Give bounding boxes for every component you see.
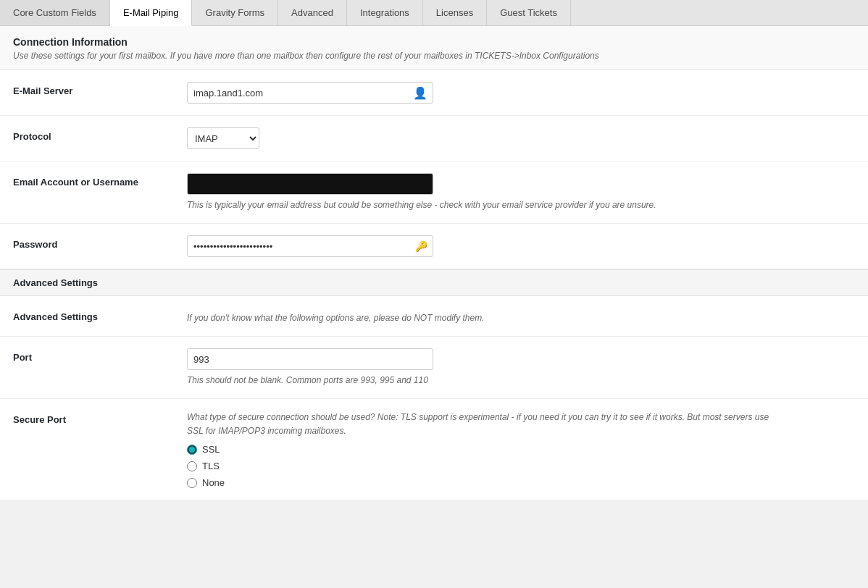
advanced-subsection-title: Advanced Settings — [13, 277, 855, 288]
email-server-input[interactable] — [187, 82, 433, 104]
tab-integrations[interactable]: Integrations — [347, 0, 423, 25]
protocol-row: Protocol IMAPPOP3 — [0, 116, 868, 161]
advanced-settings-hint: If you don't know what the following opt… — [187, 311, 694, 324]
radio-none[interactable] — [187, 478, 197, 488]
radio-item-none: None — [187, 477, 855, 488]
password-input[interactable] — [187, 235, 433, 257]
radio-item-ssl: SSL — [187, 444, 855, 455]
key-icon: 🔑 — [415, 240, 427, 252]
secure-port-label: Secure Port — [13, 411, 187, 425]
connection-section-desc: Use these settings for your first mailbo… — [13, 51, 855, 61]
connection-section-title: Connection Information — [13, 36, 855, 48]
email-server-row: E-Mail Server 👤 — [0, 70, 868, 116]
radio-tls[interactable] — [187, 461, 197, 471]
secure-port-radio-group: SSLTLSNone — [187, 444, 855, 488]
secure-port-field: What type of secure connection should be… — [187, 411, 855, 488]
radio-label-none[interactable]: None — [202, 477, 225, 488]
protocol-field: IMAPPOP3 — [187, 127, 855, 149]
secure-port-hint: What type of secure connection should be… — [187, 411, 781, 438]
port-label: Port — [13, 348, 187, 363]
email-server-field: 👤 — [187, 82, 855, 104]
tab-licenses[interactable]: Licenses — [423, 0, 487, 25]
port-field: This should not be blank. Common ports a… — [187, 348, 855, 387]
email-account-hint: This is typically your email address but… — [187, 198, 694, 211]
tab-core-custom-fields[interactable]: Core Custom Fields — [0, 0, 110, 25]
email-account-row: Email Account or Username This is typica… — [0, 161, 868, 224]
radio-item-tls: TLS — [187, 461, 855, 471]
password-field: 🔑 — [187, 235, 855, 257]
advanced-settings-field: If you don't know what the following opt… — [187, 308, 855, 324]
protocol-select[interactable]: IMAPPOP3 — [187, 127, 259, 149]
advanced-settings-label: Advanced Settings — [13, 308, 187, 322]
tab-advanced[interactable]: Advanced — [278, 0, 347, 25]
secure-port-row: Secure Port What type of secure connecti… — [0, 399, 868, 500]
advanced-subsection-header: Advanced Settings — [0, 269, 868, 296]
protocol-label: Protocol — [13, 127, 187, 142]
email-account-label: Email Account or Username — [13, 173, 187, 188]
email-account-field: This is typically your email address but… — [187, 173, 855, 211]
tab-gravity-forms[interactable]: Gravity Forms — [192, 0, 278, 25]
password-label: Password — [13, 235, 187, 250]
tab-guest-tickets[interactable]: Guest Tickets — [487, 0, 571, 25]
radio-ssl[interactable] — [187, 445, 197, 455]
port-row: Port This should not be blank. Common po… — [0, 337, 868, 399]
email-server-label: E-Mail Server — [13, 82, 187, 96]
port-input[interactable] — [187, 348, 433, 370]
radio-label-ssl[interactable]: SSL — [202, 444, 220, 455]
password-input-wrapper: 🔑 — [187, 235, 433, 257]
port-hint: This should not be blank. Common ports a… — [187, 374, 694, 387]
main-content: Connection Information Use these setting… — [0, 26, 868, 500]
advanced-settings-row: Advanced Settings If you don't know what… — [0, 296, 868, 337]
email-account-input[interactable] — [187, 173, 433, 195]
email-server-input-wrapper: 👤 — [187, 82, 433, 104]
password-row: Password 🔑 — [0, 224, 868, 269]
tab-email-piping[interactable]: E-Mail Piping — [110, 0, 193, 26]
connection-section-header: Connection Information Use these setting… — [0, 26, 868, 70]
person-icon: 👤 — [413, 86, 427, 100]
tabs-bar: Core Custom FieldsE-Mail PipingGravity F… — [0, 0, 868, 26]
radio-label-tls[interactable]: TLS — [202, 461, 220, 471]
